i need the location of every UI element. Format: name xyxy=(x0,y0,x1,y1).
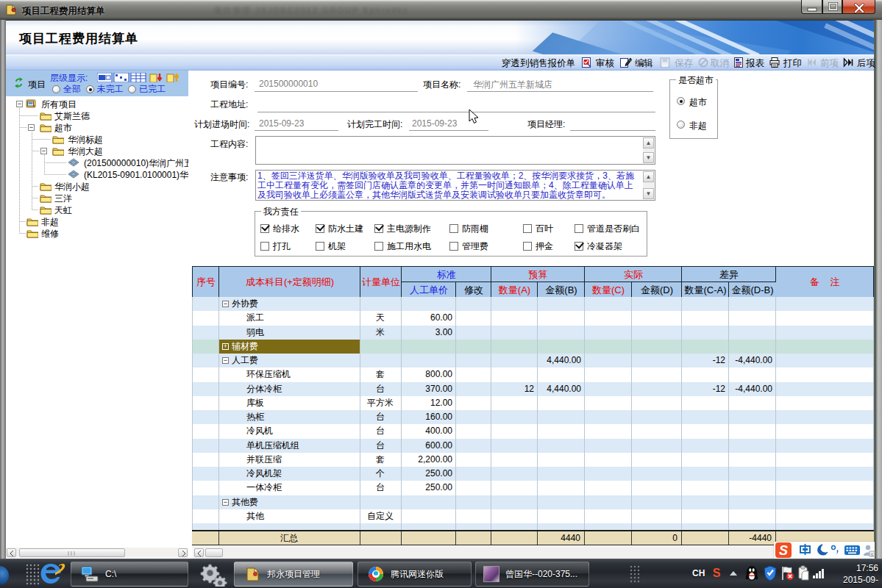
svg-text:S: S xyxy=(779,543,788,558)
svg-text:s: s xyxy=(871,552,874,557)
svg-text:S: S xyxy=(713,567,721,579)
